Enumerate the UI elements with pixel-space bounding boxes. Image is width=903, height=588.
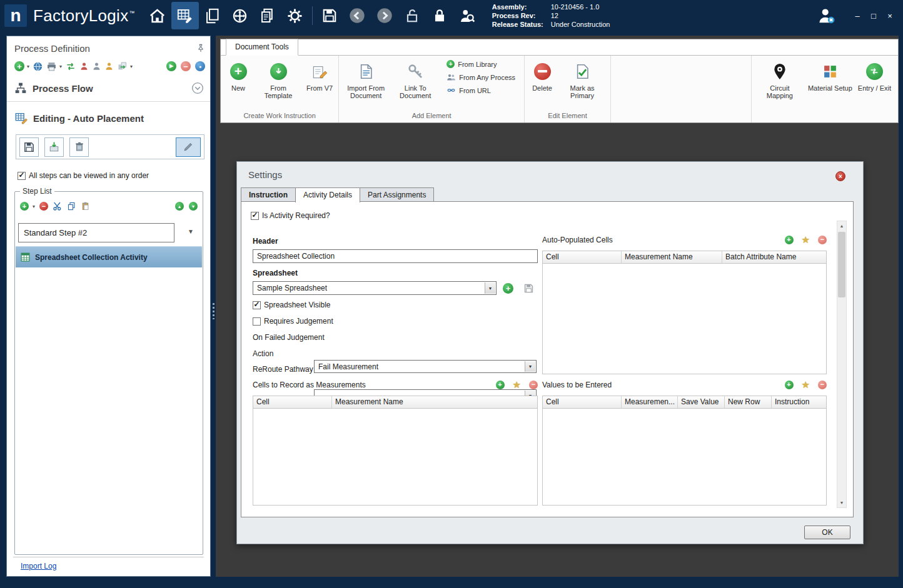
dispatch-button[interactable] <box>226 2 254 29</box>
link-to-document-button[interactable]: Link To Document <box>391 59 440 101</box>
import-from-document-button[interactable]: Import From Document <box>343 59 389 101</box>
edit-instruction-toggle[interactable] <box>176 137 201 157</box>
pin-icon[interactable] <box>196 43 205 54</box>
delete-document-button[interactable] <box>69 137 89 157</box>
minimize-button[interactable]: – <box>849 8 865 23</box>
column-header[interactable]: Cell <box>543 251 622 263</box>
user-status-button[interactable] <box>817 6 835 25</box>
from-url-button[interactable]: From URL <box>446 86 515 94</box>
column-header[interactable]: Measurement Name <box>622 251 722 263</box>
values-to-enter-remove-icon[interactable]: − <box>818 381 827 389</box>
column-header[interactable]: New Row <box>725 396 772 408</box>
transfer-arrows-icon[interactable] <box>65 61 76 72</box>
move-step-up-icon[interactable]: ▲ <box>175 202 184 211</box>
paste-icon[interactable] <box>81 201 90 211</box>
grid-body[interactable] <box>542 409 827 506</box>
action-combo-arrow-icon[interactable]: ▼ <box>525 361 535 372</box>
collapse-panel-icon[interactable] <box>191 82 204 94</box>
cells-to-record-remove-icon[interactable]: − <box>529 381 538 389</box>
content-scrollbar[interactable]: ▲ ▼ <box>837 221 847 508</box>
process-editor-button[interactable] <box>171 2 199 29</box>
auto-populated-edit-icon[interactable]: ★ <box>802 235 810 244</box>
remove-step-icon[interactable]: − <box>39 202 48 211</box>
import-document-button[interactable] <box>44 137 64 157</box>
spreadsheet-combo[interactable]: Sample Spreadsheet ▼ <box>253 281 497 295</box>
auto-populated-add-icon[interactable]: + <box>785 236 794 244</box>
close-button[interactable]: × <box>882 8 898 23</box>
cells-to-record-edit-icon[interactable]: ★ <box>513 380 521 389</box>
step-selector-expand-icon[interactable]: ▼ <box>188 228 194 235</box>
settings-gear-button[interactable] <box>281 2 309 29</box>
user-gold-icon[interactable] <box>104 61 114 71</box>
import-log-link[interactable]: Import Log <box>21 562 56 571</box>
add-step-caret-icon[interactable]: ▾ <box>33 204 35 209</box>
spreadsheet-visible-checkbox[interactable]: ✓ <box>253 301 261 309</box>
new-button[interactable]: + New <box>224 59 252 93</box>
remove-icon[interactable]: − <box>181 61 191 71</box>
user-gray-icon[interactable] <box>92 61 101 71</box>
lock-button[interactable] <box>426 2 453 29</box>
tab-instruction[interactable]: Instruction <box>241 187 296 202</box>
user-red-icon[interactable] <box>79 61 89 71</box>
cells-to-record-add-icon[interactable]: + <box>496 381 505 389</box>
audit-search-button[interactable] <box>453 2 481 29</box>
print-caret-icon[interactable]: ▾ <box>59 64 62 69</box>
save-document-button[interactable] <box>19 137 39 157</box>
column-header[interactable]: Save Value <box>678 396 725 408</box>
forward-button[interactable] <box>371 2 398 29</box>
grid-body[interactable] <box>253 409 538 506</box>
values-to-enter-edit-icon[interactable]: ★ <box>802 380 810 389</box>
scroll-up-icon[interactable]: ▲ <box>837 221 846 231</box>
action-combo[interactable]: Fail Measurement ▼ <box>314 360 537 373</box>
from-any-process-button[interactable]: From Any Process <box>446 73 515 81</box>
sidebar-splitter[interactable] <box>211 36 216 577</box>
step-selector[interactable]: Standard Step #2 <box>18 223 174 242</box>
ok-button[interactable]: OK <box>804 526 850 539</box>
selected-activity-row[interactable]: Spreadsheet Collection Activity <box>16 246 202 267</box>
run-icon[interactable]: ▶ <box>166 61 176 71</box>
unlock-button[interactable] <box>398 2 426 29</box>
copy-pages-button[interactable] <box>254 2 281 29</box>
spreadsheet-combo-arrow-icon[interactable]: ▼ <box>485 282 495 294</box>
save-spreadsheet-icon[interactable] <box>523 283 534 294</box>
documents-button[interactable] <box>199 2 226 29</box>
copy-icon[interactable] <box>67 201 76 211</box>
export-icon[interactable] <box>117 61 128 71</box>
column-header[interactable]: Instruction <box>772 396 826 408</box>
column-header[interactable]: Measuremen... <box>622 396 678 408</box>
maximize-button[interactable]: □ <box>865 8 882 23</box>
delete-element-button[interactable]: Delete <box>528 59 556 93</box>
column-header[interactable]: Cell <box>543 396 622 408</box>
scrollbar-thumb[interactable] <box>838 232 845 297</box>
scroll-down-icon[interactable]: ▼ <box>837 498 846 507</box>
column-header[interactable]: Cell <box>253 396 332 408</box>
dialog-close-button[interactable]: × <box>835 171 845 181</box>
activity-required-checkbox[interactable]: ✓ <box>251 212 259 220</box>
from-library-button[interactable]: + From Library <box>446 60 515 68</box>
back-button[interactable] <box>343 2 371 29</box>
cut-icon[interactable] <box>53 201 63 211</box>
move-step-down-icon[interactable]: ▼ <box>189 202 198 211</box>
column-header[interactable]: Measurement Name <box>332 396 537 408</box>
auto-populated-remove-icon[interactable]: − <box>818 236 827 244</box>
column-header[interactable]: Batch Attribute Name <box>722 251 826 263</box>
requires-judgement-checkbox[interactable] <box>253 317 261 326</box>
from-template-button[interactable]: From Template <box>254 59 303 101</box>
tab-activity-details[interactable]: Activity Details <box>295 187 360 202</box>
header-input[interactable] <box>253 249 538 263</box>
material-setup-button[interactable]: Material Setup <box>806 59 854 93</box>
from-v7-button[interactable]: From V7 <box>305 59 335 93</box>
print-icon[interactable] <box>46 61 57 72</box>
home-button[interactable] <box>144 2 171 29</box>
view-order-checkbox[interactable]: ✓ <box>18 172 26 180</box>
add-spreadsheet-icon[interactable]: + <box>503 283 513 294</box>
mark-as-primary-button[interactable]: Mark as Primary <box>558 59 607 101</box>
tab-part-assignments[interactable]: Part Assignments <box>360 187 434 202</box>
circuit-mapping-button[interactable]: Circuit Mapping <box>755 59 804 101</box>
save-button[interactable] <box>316 2 343 29</box>
export-caret-icon[interactable]: ▾ <box>130 64 133 69</box>
record-icon[interactable]: ● <box>195 61 205 71</box>
globe-icon[interactable] <box>33 61 43 72</box>
add-process-icon[interactable]: + <box>14 61 24 71</box>
add-step-icon[interactable]: + <box>20 202 29 211</box>
